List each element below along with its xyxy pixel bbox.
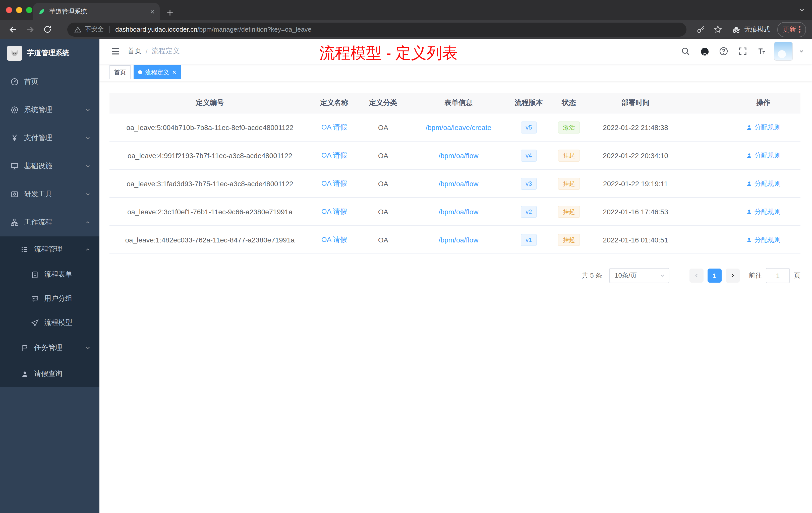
page-number-button[interactable]: 1 — [707, 269, 722, 282]
avatar[interactable] — [774, 42, 793, 61]
active-tag-dot — [138, 70, 142, 74]
col-header-category: 定义分类 — [358, 93, 408, 113]
update-button[interactable]: 更新 — [777, 22, 806, 37]
breadcrumb-home[interactable]: 首页 — [127, 47, 142, 56]
col-header-status: 状态 — [549, 93, 589, 113]
close-window-button[interactable] — [6, 7, 12, 13]
form-info-link[interactable]: /bpm/oa/flow — [439, 208, 478, 216]
assign-rule-label: 分配规则 — [754, 123, 781, 132]
tag-close-icon[interactable] — [172, 70, 176, 74]
sidebar: 芋道管理系统 首页 系统管理 支付管理 — [0, 39, 99, 513]
chevron-down-icon — [85, 108, 90, 113]
url-host: dashboard.yudao.iocoder.cn — [115, 26, 197, 33]
reload-icon[interactable] — [40, 22, 54, 36]
help-icon[interactable] — [717, 44, 731, 58]
sidebar-item-label: 用户分组 — [44, 294, 72, 303]
version-badge[interactable]: v3 — [521, 177, 537, 189]
sidebar-item-system[interactable]: 系统管理 — [0, 96, 99, 124]
assign-rule-button[interactable]: 分配规则 — [746, 235, 781, 244]
status-badge: 挂起 — [558, 177, 580, 189]
password-key-icon[interactable] — [694, 22, 707, 36]
tag-process-definition[interactable]: 流程定义 — [134, 65, 181, 79]
form-info-link[interactable]: /bpm/oa/leave/create — [426, 123, 491, 131]
security-label[interactable]: 不安全 — [85, 25, 104, 34]
definition-name-link[interactable]: OA 请假 — [321, 207, 347, 216]
not-secure-warning-icon[interactable] — [74, 26, 81, 33]
paper-plane-icon — [30, 319, 39, 327]
font-size-icon[interactable] — [755, 44, 769, 58]
page-content: 定义编号 定义名称 定义分类 表单信息 流程版本 状态 部署时间 操作 oa_l… — [99, 81, 812, 513]
cell-category: OA — [358, 198, 408, 225]
definition-name-link[interactable]: OA 请假 — [321, 235, 347, 244]
form-info-link[interactable]: /bpm/oa/flow — [439, 236, 478, 244]
form-info-link[interactable]: /bpm/oa/flow — [439, 179, 478, 187]
fullscreen-icon[interactable] — [736, 44, 750, 58]
sidebar-item-infrastructure[interactable]: 基础设施 — [0, 152, 99, 180]
goto-unit: 页 — [794, 271, 801, 280]
sidebar-item-task-management[interactable]: 任务管理 — [0, 335, 99, 361]
definition-name-link[interactable]: OA 请假 — [321, 151, 347, 160]
sidebar-item-leave-query[interactable]: 请假查询 — [0, 361, 99, 387]
zoom-window-button[interactable] — [26, 7, 32, 13]
goto-label: 前往 — [749, 271, 762, 280]
assign-rule-button[interactable]: 分配规则 — [746, 179, 781, 188]
sidebar-item-label: 首页 — [24, 77, 38, 86]
table-row: oa_leave:5:004b710b-7b8a-11ec-8ef0-acde4… — [110, 114, 801, 142]
search-icon[interactable] — [678, 44, 693, 58]
avatar-caret-icon[interactable] — [799, 49, 804, 54]
assign-rule-button[interactable]: 分配规则 — [746, 123, 781, 132]
version-badge[interactable]: v4 — [521, 149, 537, 161]
tab-search-chevron-icon[interactable] — [799, 7, 805, 13]
version-badge[interactable]: v2 — [521, 206, 537, 218]
tag-home[interactable]: 首页 — [110, 65, 130, 79]
sidebar-item-payment[interactable]: 支付管理 — [0, 124, 99, 152]
main-area: 首页 / 流程定义 流程模型 - 定义列表 — [99, 39, 812, 513]
goto-page-input[interactable] — [766, 268, 790, 283]
cell-definition-id: oa_leave:1:482ec033-762a-11ec-8477-a2380… — [110, 226, 310, 253]
back-icon[interactable] — [6, 22, 20, 36]
annotation-text: 流程模型 - 定义列表 — [319, 43, 458, 64]
browser-tab[interactable]: 芋道管理系统 — [33, 3, 160, 20]
assign-rule-label: 分配规则 — [754, 151, 781, 160]
sidebar-item-label: 流程表单 — [44, 270, 72, 279]
url-bar[interactable]: 不安全 dashboard.yudao.iocoder.cn/bpm/manag… — [67, 22, 687, 36]
forward-icon[interactable] — [23, 22, 37, 36]
version-badge[interactable]: v1 — [521, 234, 537, 246]
viewport: 芋道管理系统 — [0, 0, 812, 513]
dashboard-icon — [10, 78, 19, 86]
next-page-button[interactable] — [726, 269, 740, 282]
person-icon — [746, 152, 752, 158]
cell-definition-id: oa_leave:3:1fad3d93-7b75-11ec-a3c8-acde4… — [110, 170, 310, 197]
page-size-select[interactable]: 10条/页 — [609, 268, 669, 283]
definition-name-link[interactable]: OA 请假 — [321, 179, 347, 188]
sidebar-item-process-form[interactable]: 流程表单 — [0, 263, 99, 286]
version-badge[interactable]: v5 — [521, 121, 537, 133]
sidebar-item-workflow[interactable]: 工作流程 — [0, 208, 99, 236]
chevron-down-icon — [85, 192, 90, 197]
browser-menu-icon[interactable] — [799, 26, 801, 33]
prev-page-button[interactable] — [690, 269, 703, 282]
sidebar-item-home[interactable]: 首页 — [0, 68, 99, 96]
sidebar-item-label: 基础设施 — [24, 162, 52, 171]
tab-close-icon[interactable] — [150, 9, 155, 14]
minimize-window-button[interactable] — [16, 7, 22, 13]
bookmark-star-icon[interactable] — [710, 22, 725, 36]
sidebar-item-dev-tools[interactable]: 研发工具 — [0, 180, 99, 208]
sidebar-item-user-group[interactable]: 用户分组 — [0, 286, 99, 311]
assign-rule-button[interactable]: 分配规则 — [746, 207, 781, 216]
hamburger-icon[interactable] — [108, 43, 123, 59]
form-info-link[interactable]: /bpm/oa/flow — [439, 151, 478, 159]
table-row: oa_leave:4:991f2193-7b7f-11ec-a3c8-acde4… — [110, 142, 801, 170]
sidebar-item-process-model[interactable]: 流程模型 — [0, 311, 99, 335]
definition-name-link[interactable]: OA 请假 — [321, 123, 347, 132]
cell-deploy-time: 2022-01-16 17:46:53 — [589, 198, 682, 225]
app-logo[interactable]: 芋道管理系统 — [0, 39, 99, 68]
window-controls — [6, 7, 32, 13]
assign-rule-button[interactable]: 分配规则 — [746, 151, 781, 160]
url-text[interactable]: dashboard.yudao.iocoder.cn/bpm/manager/d… — [115, 26, 311, 33]
sidebar-item-process-management[interactable]: 流程管理 — [0, 236, 99, 263]
col-header-actions: 操作 — [726, 93, 801, 113]
github-icon[interactable] — [697, 44, 712, 58]
new-tab-button[interactable] — [167, 9, 173, 16]
cell-spacer — [682, 170, 726, 197]
